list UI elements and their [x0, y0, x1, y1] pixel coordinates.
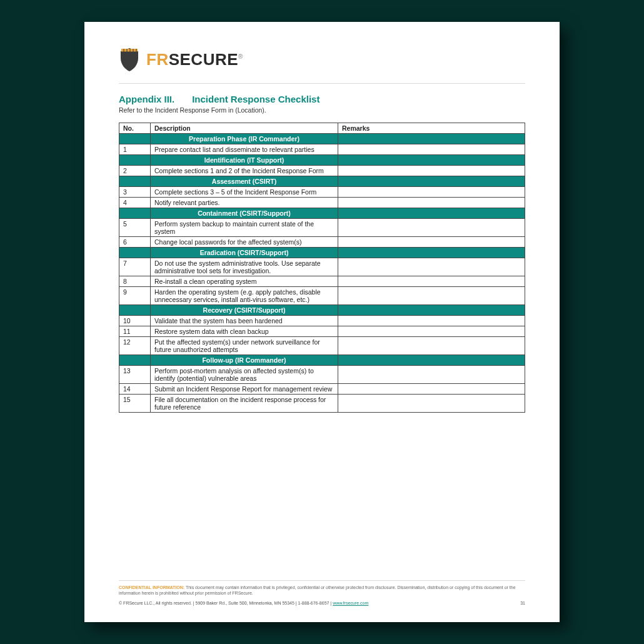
- section-label: Recovery (CSIRT/Support): [151, 305, 338, 316]
- cell-remarks: [338, 395, 525, 413]
- table-row: 13Perform post-mortem analysis on affect…: [119, 366, 525, 384]
- section-row: Containment (CSIRT/Support): [119, 208, 525, 219]
- cell-no: 1: [119, 144, 151, 155]
- section-blank: [338, 208, 525, 219]
- page-number: 31: [520, 600, 525, 606]
- cell-description: Notify relevant parties.: [151, 198, 338, 208]
- section-blank: [119, 355, 151, 366]
- section-row: Identification (IT Support): [119, 155, 525, 166]
- section-label: Identification (IT Support): [151, 155, 338, 166]
- section-blank: [119, 134, 151, 144]
- cell-no: 14: [119, 384, 151, 395]
- section-blank: [338, 355, 525, 366]
- table-row: 5Perform system backup to maintain curre…: [119, 219, 525, 237]
- table-row: 6Change local passwords for the affected…: [119, 237, 525, 248]
- cell-no: 6: [119, 237, 151, 248]
- table-header-row: No. Description Remarks: [119, 123, 525, 134]
- section-row: Preparation Phase (IR Commander): [119, 134, 525, 144]
- document-page: FRSECURE® Appendix III.Incident Response…: [84, 22, 560, 622]
- cell-no: 13: [119, 366, 151, 384]
- copyright-row: © FRSecure LLC., All rights reserved. | …: [119, 600, 525, 606]
- section-blank: [338, 176, 525, 187]
- brand-accent: FR: [146, 50, 169, 69]
- cell-description: Harden the operating system (e.g. apply …: [151, 287, 338, 305]
- cell-description: Change local passwords for the affected …: [151, 237, 338, 248]
- footer-link[interactable]: www.frsecure.com: [333, 601, 368, 605]
- col-description: Description: [151, 123, 338, 134]
- page-container: FRSECURE® Appendix III.Incident Response…: [84, 22, 560, 622]
- confidential-label: CONFIDENTIAL INFORMATION:: [119, 585, 184, 590]
- section-blank: [119, 176, 151, 187]
- table-row: 11Restore system data with clean backup: [119, 326, 525, 337]
- table-row: 15File all documentation on the incident…: [119, 395, 525, 413]
- cell-description: Perform post-mortem analysis on affected…: [151, 366, 338, 384]
- cell-description: Re-install a clean operating system: [151, 276, 338, 287]
- brand-header: FRSECURE®: [119, 47, 525, 72]
- cell-no: 9: [119, 287, 151, 305]
- col-no: No.: [119, 123, 151, 134]
- section-label: Containment (CSIRT/Support): [151, 208, 338, 219]
- cell-no: 2: [119, 166, 151, 176]
- cell-description: Validate that the system has been harden…: [151, 316, 338, 326]
- cell-no: 8: [119, 276, 151, 287]
- shield-icon: [119, 47, 140, 72]
- section-blank: [338, 155, 525, 166]
- cell-description: Prepare contact list and disseminate to …: [151, 144, 338, 155]
- cell-remarks: [338, 237, 525, 248]
- cell-remarks: [338, 144, 525, 155]
- table-row: 3Complete sections 3 – 5 of the Incident…: [119, 187, 525, 198]
- cell-description: Complete sections 3 – 5 of the Incident …: [151, 187, 338, 198]
- cell-no: 12: [119, 337, 151, 355]
- cell-remarks: [338, 198, 525, 208]
- page-title: Appendix III.Incident Response Checklist: [119, 94, 525, 104]
- cell-remarks: [338, 219, 525, 237]
- section-row: Recovery (CSIRT/Support): [119, 305, 525, 316]
- footer-rule: [119, 580, 525, 581]
- cell-remarks: [338, 258, 525, 276]
- section-blank: [119, 248, 151, 258]
- section-label: Assessment (CSIRT): [151, 176, 338, 187]
- section-blank: [119, 208, 151, 219]
- section-label: Eradication (CSIRT/Support): [151, 248, 338, 258]
- brand-main: SECURE: [169, 50, 238, 69]
- cell-remarks: [338, 384, 525, 395]
- section-blank: [338, 134, 525, 144]
- confidential-notice: CONFIDENTIAL INFORMATION: This document …: [119, 585, 525, 596]
- cell-no: 5: [119, 219, 151, 237]
- cell-no: 10: [119, 316, 151, 326]
- table-body: Preparation Phase (IR Commander)1Prepare…: [119, 134, 525, 413]
- section-blank: [338, 248, 525, 258]
- table-row: 7Do not use the system administrative to…: [119, 258, 525, 276]
- section-label: Preparation Phase (IR Commander): [151, 134, 338, 144]
- page-subtitle: Refer to the Incident Response Form in (…: [119, 106, 525, 114]
- section-row: Eradication (CSIRT/Support): [119, 248, 525, 258]
- cell-description: Do not use the system administrative too…: [151, 258, 338, 276]
- page-footer: CONFIDENTIAL INFORMATION: This document …: [119, 580, 525, 606]
- section-row: Assessment (CSIRT): [119, 176, 525, 187]
- cell-no: 4: [119, 198, 151, 208]
- cell-description: Submit an Incident Response Report for m…: [151, 384, 338, 395]
- copyright-text: © FRSecure LLC., All rights reserved. | …: [119, 601, 333, 605]
- section-blank: [119, 305, 151, 316]
- cell-description: Perform system backup to maintain curren…: [151, 219, 338, 237]
- cell-remarks: [338, 276, 525, 287]
- cell-no: 11: [119, 326, 151, 337]
- svg-rect-6: [121, 52, 138, 53]
- table-row: 10Validate that the system has been hard…: [119, 316, 525, 326]
- section-blank: [119, 155, 151, 166]
- cell-remarks: [338, 316, 525, 326]
- col-remarks: Remarks: [338, 123, 525, 134]
- header-rule: [119, 83, 525, 84]
- table-row: 1Prepare contact list and disseminate to…: [119, 144, 525, 155]
- cell-no: 7: [119, 258, 151, 276]
- title-name: Incident Response Checklist: [192, 94, 319, 104]
- section-label: Follow-up (IR Commander): [151, 355, 338, 366]
- section-blank: [338, 305, 525, 316]
- section-row: Follow-up (IR Commander): [119, 355, 525, 366]
- table-row: 9Harden the operating system (e.g. apply…: [119, 287, 525, 305]
- cell-no: 3: [119, 187, 151, 198]
- cell-description: File all documentation on the incident r…: [151, 395, 338, 413]
- table-row: 2Complete sections 1 and 2 of the Incide…: [119, 166, 525, 176]
- cell-no: 15: [119, 395, 151, 413]
- table-row: 14Submit an Incident Response Report for…: [119, 384, 525, 395]
